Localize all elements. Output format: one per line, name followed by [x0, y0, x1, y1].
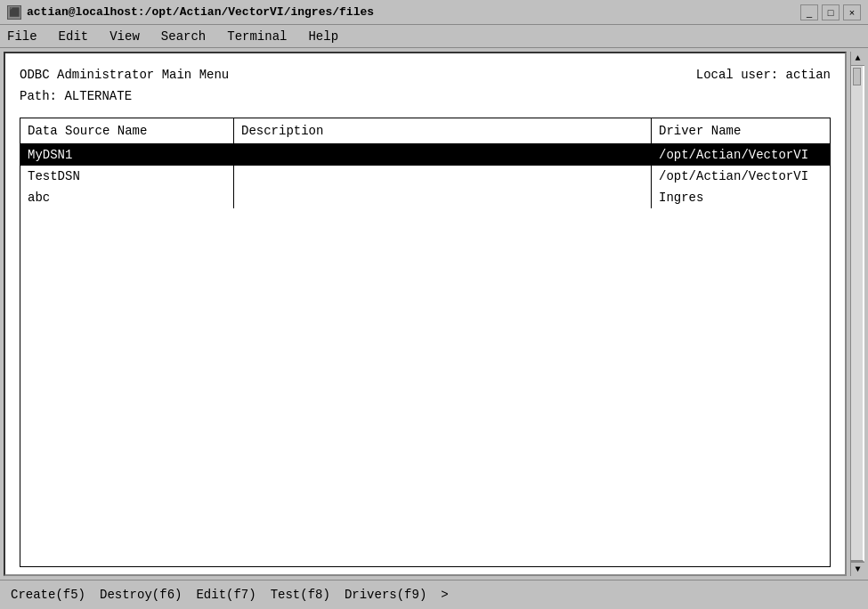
col-header-desc: Description: [234, 118, 652, 143]
cell-dsn-1: MyDSN1: [20, 144, 234, 166]
scroll-track: [851, 66, 864, 562]
cell-driver-1: /opt/Actian/VectorVI: [652, 144, 830, 166]
vertical-scrollbar: ▲ ▼: [850, 52, 864, 576]
cell-desc-1: [234, 144, 652, 166]
destroy-button[interactable]: Destroy(f6): [100, 588, 182, 602]
col-header-driver: Driver Name: [652, 118, 830, 143]
menu-help[interactable]: Help: [304, 28, 342, 45]
window-controls: _ □ ×: [800, 4, 861, 20]
more-button[interactable]: >: [441, 588, 448, 602]
menu-view[interactable]: View: [106, 28, 143, 45]
path-label: Path:: [20, 89, 57, 103]
path-value: ALTERNATE: [64, 89, 132, 103]
scroll-up-button[interactable]: ▲: [851, 52, 864, 66]
window-title: actian@localhost:/opt/Actian/VectorVI/in…: [27, 5, 374, 19]
scroll-down-button[interactable]: ▼: [851, 562, 864, 576]
cell-driver-3: Ingres: [652, 187, 830, 208]
window-icon: ⬛: [7, 5, 21, 20]
main-window: ⬛ actian@localhost:/opt/Actian/VectorVI/…: [0, 0, 868, 609]
table-header: Data Source Name Description Driver Name: [20, 118, 830, 144]
title-bar: ⬛ actian@localhost:/opt/Actian/VectorVI/…: [0, 0, 868, 25]
header-right: Local user: actian: [696, 68, 831, 82]
main-content: ODBC Administrator Main Menu Local user:…: [4, 52, 847, 576]
header-line: ODBC Administrator Main Menu Local user:…: [20, 68, 831, 82]
minimize-button[interactable]: _: [800, 4, 818, 20]
create-button[interactable]: Create(f5): [11, 588, 85, 602]
close-button[interactable]: ×: [843, 4, 861, 20]
menu-edit[interactable]: Edit: [55, 28, 93, 45]
menu-bar: File Edit View Search Terminal Help: [0, 25, 868, 48]
path-line: Path: ALTERNATE: [20, 89, 831, 103]
content-area: ODBC Administrator Main Menu Local user:…: [5, 53, 845, 574]
cell-dsn-3: abc: [20, 187, 234, 208]
edit-button[interactable]: Edit(f7): [196, 588, 256, 602]
table-body: MyDSN1 /opt/Actian/VectorVI TestDSN /opt…: [20, 144, 830, 566]
table-row[interactable]: abc Ingres: [20, 187, 830, 208]
cell-desc-2: [234, 166, 652, 187]
header-left: ODBC Administrator Main Menu: [20, 68, 229, 82]
cell-dsn-2: TestDSN: [20, 166, 234, 187]
menu-terminal[interactable]: Terminal: [223, 28, 290, 45]
table-row[interactable]: MyDSN1 /opt/Actian/VectorVI: [20, 144, 830, 166]
menu-search[interactable]: Search: [158, 28, 209, 45]
cell-driver-2: /opt/Actian/VectorVI: [652, 166, 830, 187]
maximize-button[interactable]: □: [822, 4, 840, 20]
data-table: Data Source Name Description Driver Name…: [20, 118, 831, 567]
test-button[interactable]: Test(f8): [271, 588, 330, 602]
window-body: ODBC Administrator Main Menu Local user:…: [0, 48, 868, 580]
col-header-dsn: Data Source Name: [20, 118, 234, 143]
cell-desc-3: [234, 187, 652, 208]
menu-file[interactable]: File: [4, 28, 41, 45]
drivers-button[interactable]: Drivers(f9): [345, 588, 426, 602]
footer-bar: Create(f5) Destroy(f6) Edit(f7) Test(f8)…: [0, 580, 868, 609]
table-row[interactable]: TestDSN /opt/Actian/VectorVI: [20, 166, 830, 187]
scroll-thumb[interactable]: [853, 68, 861, 85]
